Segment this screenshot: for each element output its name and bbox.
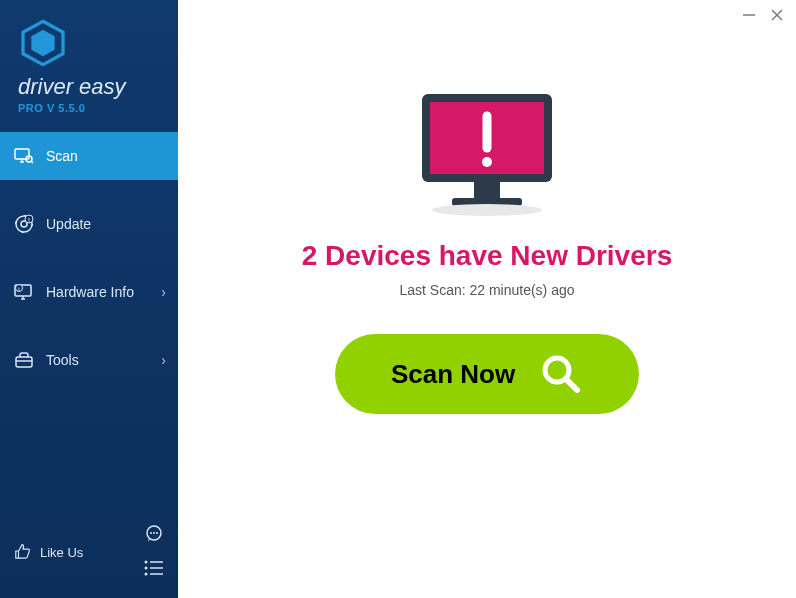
monitor-info-icon: i — [14, 282, 34, 302]
search-icon — [539, 352, 583, 396]
brand-name: driver easy — [18, 74, 168, 100]
svg-point-22 — [145, 561, 148, 564]
svg-point-26 — [145, 573, 148, 576]
svg-text:!: ! — [28, 217, 30, 223]
window-controls — [742, 8, 784, 25]
menu-list-icon[interactable] — [144, 560, 164, 580]
status-heading: 2 Devices have New Drivers — [302, 240, 672, 272]
like-us-label: Like Us — [40, 545, 83, 560]
sidebar-item-label: Hardware Info — [46, 284, 134, 300]
sidebar-item-label: Tools — [46, 352, 79, 368]
svg-point-21 — [156, 532, 158, 534]
minimize-button[interactable] — [742, 8, 756, 25]
sidebar-item-label: Scan — [46, 148, 78, 164]
svg-point-37 — [482, 157, 492, 167]
like-us-link[interactable]: Like Us — [14, 542, 83, 563]
thumbs-up-icon — [14, 542, 32, 563]
svg-point-35 — [432, 204, 542, 216]
sidebar: driver easy PRO V 5.5.0 Scan — [0, 0, 178, 598]
last-scan-text: Last Scan: 22 minute(s) ago — [399, 282, 574, 298]
svg-marker-1 — [31, 30, 54, 57]
alert-monitor-icon — [412, 88, 562, 222]
svg-line-39 — [566, 379, 577, 390]
close-button[interactable] — [770, 8, 784, 25]
svg-point-20 — [153, 532, 155, 534]
scan-button-label: Scan Now — [391, 359, 515, 390]
sidebar-item-update[interactable]: ! Update — [0, 200, 178, 248]
monitor-scan-icon — [14, 146, 34, 166]
nav: Scan ! Update — [0, 132, 178, 404]
svg-rect-33 — [474, 182, 500, 198]
sidebar-item-label: Update — [46, 216, 91, 232]
main-content: 2 Devices have New Drivers Last Scan: 22… — [178, 0, 796, 598]
toolbox-icon — [14, 350, 34, 370]
svg-line-6 — [31, 161, 33, 163]
sidebar-item-tools[interactable]: Tools › — [0, 336, 178, 384]
logo-section: driver easy PRO V 5.5.0 — [0, 0, 178, 124]
svg-rect-16 — [16, 357, 32, 367]
sidebar-item-hardware-info[interactable]: i Hardware Info › — [0, 268, 178, 316]
chevron-right-icon: › — [161, 352, 166, 368]
logo-icon — [18, 18, 68, 68]
feedback-icon[interactable] — [144, 524, 164, 548]
version-text: PRO V 5.5.0 — [18, 102, 168, 114]
scan-now-button[interactable]: Scan Now — [335, 334, 639, 414]
svg-point-19 — [150, 532, 152, 534]
chevron-right-icon: › — [161, 284, 166, 300]
svg-point-24 — [145, 567, 148, 570]
sidebar-item-scan[interactable]: Scan — [0, 132, 178, 180]
sidebar-footer: Like Us — [0, 512, 178, 598]
gear-alert-icon: ! — [14, 214, 34, 234]
